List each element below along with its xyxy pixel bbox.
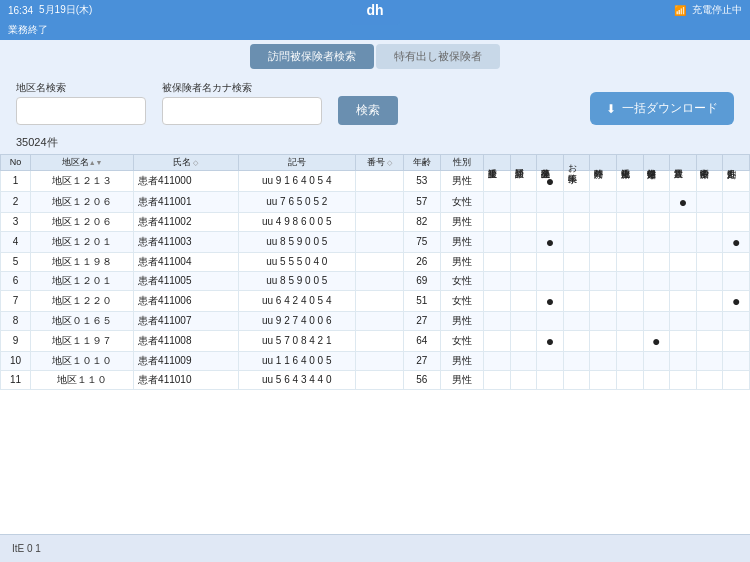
col-kohatsu-cell: ● <box>537 290 564 311</box>
col-jufuku-chiryo-cell <box>617 290 644 311</box>
col-jikangai-cell <box>590 252 617 271</box>
area-search-label: 地区名検索 <box>16 81 146 95</box>
header-label: 業務終了 <box>8 23 48 37</box>
dot-marker: ● <box>732 234 740 250</box>
time: 16:34 <box>8 5 33 16</box>
dot-marker: ● <box>546 293 554 309</box>
col-jufuku-jushin-cell <box>484 351 511 370</box>
table-row[interactable]: 3地区１２０６患者411002uu 4 9 8 6 0 0 582男性 <box>1 212 750 231</box>
col-hinkaku: 頻回受診 <box>510 155 537 171</box>
dot-marker: ● <box>546 234 554 250</box>
col-tajyu-cell <box>723 212 750 231</box>
col-ijo-cell <box>670 290 697 311</box>
col-jikangai: 時間外療 <box>590 155 617 171</box>
col-hinkaku-cell <box>510 311 537 330</box>
name-search-input[interactable] <box>162 97 322 125</box>
download-button[interactable]: ⬇ 一括ダウンロード <box>590 92 734 125</box>
dot-marker: ● <box>732 293 740 309</box>
col-jufuku-jushin: 重複受診 <box>484 155 511 171</box>
col-ijo-cell <box>670 330 697 351</box>
col-jufuku-jushin-cell <box>484 252 511 271</box>
logo-center: dh <box>350 0 400 25</box>
col-tajyu: 多剤処方 <box>723 155 750 171</box>
col-gender: 性別 <box>440 155 483 171</box>
table-row[interactable]: 9地区１１９７患者411008uu 5 7 0 8 4 2 164女性●● <box>1 330 750 351</box>
dot-marker: ● <box>546 333 554 349</box>
col-tajyu-cell <box>723 311 750 330</box>
table-row[interactable]: 2地区１２０６患者411001uu 7 6 5 0 5 257女性● <box>1 191 750 212</box>
col-ijo-cell <box>670 351 697 370</box>
col-tajyu-cell: ● <box>723 290 750 311</box>
col-hinkaku-cell <box>510 351 537 370</box>
col-hinkaku-cell <box>510 170 537 191</box>
col-jufuku-jushin-cell <box>484 191 511 212</box>
col-no: No <box>1 155 31 171</box>
col-tachi-cell <box>696 330 723 351</box>
col-jufuku-chiryo-cell <box>617 311 644 330</box>
col-age: 年齢 <box>403 155 440 171</box>
col-tokutei-cell <box>643 370 670 389</box>
dot-marker: ● <box>546 173 554 189</box>
status-bar: 16:34 5月19日(木) dh 📶 充電停止中 <box>0 0 750 20</box>
col-jikangai-cell <box>590 191 617 212</box>
col-tokutei-cell <box>643 212 670 231</box>
tab-area: 訪問被保険者検索 特有出し被保険者 <box>0 40 750 73</box>
col-jufuku-chiryo-cell <box>617 252 644 271</box>
tab-special[interactable]: 特有出し被保険者 <box>376 44 500 69</box>
col-tachi-cell <box>696 212 723 231</box>
bottom-bar: ItE 0 1 <box>0 534 750 562</box>
col-kigo: 記号 <box>238 155 355 171</box>
col-jufuku-chiryo-cell <box>617 212 644 231</box>
table-row[interactable]: 5地区１１９８患者411004uu 5 5 5 0 4 026男性 <box>1 252 750 271</box>
col-ijo: 異常放置 <box>670 155 697 171</box>
col-jufuku-chiryo-cell <box>617 370 644 389</box>
col-okusuri-cell <box>563 311 590 330</box>
col-kohatsu: 後発医薬品 <box>537 155 564 171</box>
table-row[interactable]: 7地区１２２０患者411006uu 6 4 2 4 0 5 451女性●● <box>1 290 750 311</box>
col-tokutei-cell <box>643 351 670 370</box>
col-jufuku-jushin-cell <box>484 170 511 191</box>
col-area[interactable]: 地区名▲▼ <box>31 155 134 171</box>
table-row[interactable]: 1地区１２１３患者411000uu 9 1 6 4 0 5 453男性● <box>1 170 750 191</box>
col-hinkaku-cell <box>510 330 537 351</box>
table-row[interactable]: 8地区０１６５患者411007uu 9 2 7 4 0 0 627男性 <box>1 311 750 330</box>
table-body: 1地区１２１３患者411000uu 9 1 6 4 0 5 453男性●2地区１… <box>1 170 750 389</box>
col-tokutei-cell <box>643 231 670 252</box>
col-kohatsu-cell <box>537 212 564 231</box>
col-jikangai-cell <box>590 290 617 311</box>
col-okusuri-cell <box>563 231 590 252</box>
name-search-label: 被保険者名カナ検索 <box>162 81 322 95</box>
table-row[interactable]: 11地区１１０患者411010uu 5 6 4 3 4 4 056男性 <box>1 370 750 389</box>
name-search-field: 被保険者名カナ検索 <box>162 81 322 125</box>
col-jufuku-chiryo-cell <box>617 271 644 290</box>
col-ijo-cell: ● <box>670 191 697 212</box>
col-tokutei-cell <box>643 170 670 191</box>
area-search-input[interactable] <box>16 97 146 125</box>
col-tachi-cell <box>696 231 723 252</box>
col-jufuku-chiryo-cell <box>617 231 644 252</box>
col-jufuku-jushin-cell <box>484 311 511 330</box>
col-tokutei-cell <box>643 290 670 311</box>
dot-marker: ● <box>652 333 660 349</box>
search-button[interactable]: 検索 <box>338 96 398 125</box>
col-ijo-cell <box>670 370 697 389</box>
status-left: 16:34 5月19日(木) <box>8 3 92 17</box>
col-name[interactable]: 氏名 ◇ <box>134 155 239 171</box>
col-tachi-cell <box>696 290 723 311</box>
col-tachi-cell <box>696 351 723 370</box>
search-area: 地区名検索 被保険者名カナ検索 検索 ⬇ 一括ダウンロード <box>0 73 750 133</box>
col-kohatsu-cell <box>537 271 564 290</box>
table-wrapper[interactable]: No 地区名▲▼ 氏名 ◇ 記号 番号 ◇ 年齢 性別 重複受診 頻回受診 後発… <box>0 154 750 554</box>
table-row[interactable]: 10地区１０１０患者411009uu 1 1 6 4 0 0 527男性 <box>1 351 750 370</box>
col-tachi-cell <box>696 252 723 271</box>
col-hinkaku-cell <box>510 290 537 311</box>
tab-visiting[interactable]: 訪問被保険者検索 <box>250 44 374 69</box>
download-label: 一括ダウンロード <box>622 100 718 117</box>
table-row[interactable]: 6地区１２０１患者411005uu 8 5 9 0 0 569女性 <box>1 271 750 290</box>
status-right: 📶 充電停止中 <box>674 3 742 17</box>
bottom-text: ItE 0 1 <box>12 543 41 554</box>
table-row[interactable]: 4地区１２０１患者411003uu 8 5 9 0 0 575男性●● <box>1 231 750 252</box>
col-number[interactable]: 番号 ◇ <box>355 155 403 171</box>
wifi-icon: 📶 <box>674 5 686 16</box>
col-kohatsu-cell: ● <box>537 170 564 191</box>
